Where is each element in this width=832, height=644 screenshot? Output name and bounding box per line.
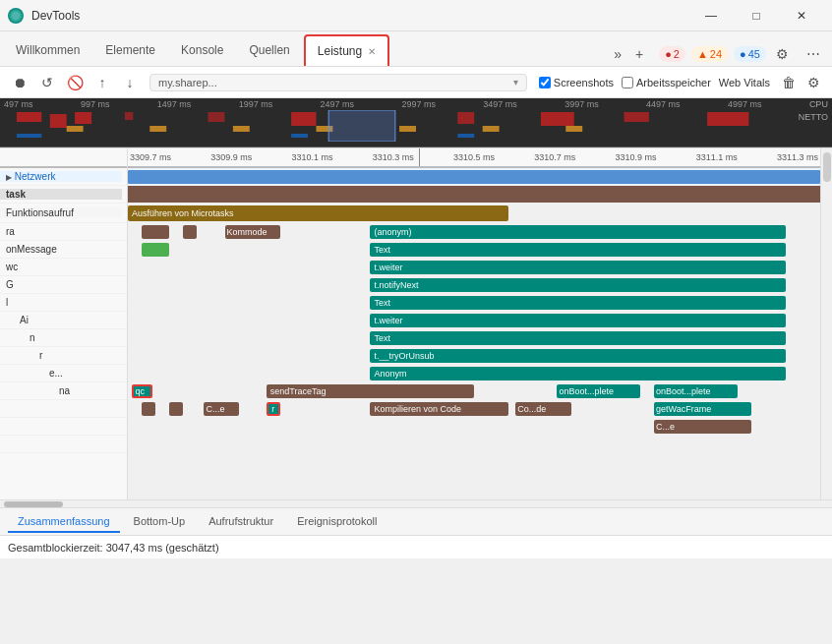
maximize-button[interactable]: □ [734,0,779,31]
flame-area: ▶ Netzwerk task Funktionsaufruf ra onMes… [0,147,832,499]
svg-rect-7 [541,112,574,126]
record-button[interactable]: ⏺ [8,71,31,94]
url-dropdown-arrow[interactable]: ▾ [513,77,518,88]
mini-timeline: 3309.7 ms 3309.9 ms 3310.1 ms 3310.3 ms … [128,148,820,168]
microtasks-block[interactable]: Ausführen von Microtasks [128,205,508,221]
settings-icon[interactable]: ⚙ [768,42,797,66]
text-block-1[interactable]: Text [370,243,785,257]
tab-bottom-up[interactable]: Bottom-Up [124,511,196,533]
scrollbar-h-thumb[interactable] [4,501,63,507]
tab-ereignisprotokoll[interactable]: Ereignisprotokoll [287,511,386,533]
window-title: DevTools [31,9,681,23]
tab-leistung[interactable]: Leistung ✕ [304,34,389,66]
kommode-block[interactable]: Kommode [225,225,280,239]
url-text: my.sharep... [158,77,513,88]
ra-block-1[interactable] [142,225,169,239]
text-block-2[interactable]: Text [370,296,785,310]
download-button[interactable]: ↓ [118,71,142,94]
l-track-row: Text [128,294,820,312]
clear-button[interactable]: 🚫 [63,71,87,94]
svg-rect-6 [457,112,474,124]
tweiter-block-1[interactable]: t.weiter [370,261,785,274]
n-label-row: n [0,329,127,347]
upload-button[interactable]: ↑ [90,71,114,94]
e-track-row: Anonym [128,365,820,382]
r-sub-label: r [0,350,122,361]
e-label-row: e... [0,365,127,382]
text-block-3[interactable]: Text [370,331,785,345]
svg-rect-9 [707,112,748,126]
more-options-icon[interactable]: ⋯ [799,42,828,66]
onmessage-block-1[interactable] [142,243,169,257]
ttryorunsub-block[interactable]: t.__tryOrUnsub [370,349,785,363]
info-icon: ● [740,48,746,60]
warning-badge[interactable]: ▲ 24 [691,46,728,62]
overview-content[interactable]: NETTO [0,110,832,142]
r-sub-track-row: t.__tryOrUnsub [128,347,820,365]
minimize-button[interactable]: — [688,0,734,31]
ce-block-1[interactable]: C...e [204,402,238,416]
brown-block-1[interactable] [142,402,155,416]
arbeitsspeicher-checkbox-label[interactable]: Arbeitsspeicher [622,77,711,88]
kompilieren-block[interactable]: Kompilieren von Code [370,402,508,416]
tab-konsole[interactable]: Konsole [169,34,235,66]
svg-rect-17 [399,126,416,132]
mini-tl-spacer [0,148,127,168]
reload-button[interactable]: ↺ [35,71,59,94]
close-button[interactable]: ✕ [779,0,824,31]
tab-zusammenfassung[interactable]: Zusammenfassung [8,511,120,533]
getwacframe-block[interactable]: getWacFrame [654,402,751,416]
ra-block-2[interactable] [183,225,197,239]
g-label-row: G [0,276,127,294]
tab-extras: » + ● 2 ▲ 24 ● 45 ⚙ ⋯ [608,42,828,66]
error-badge[interactable]: ● 2 [659,46,685,62]
extra3-label-row [0,436,127,453]
screenshots-checkbox[interactable] [539,77,551,88]
web-vitals-button[interactable]: Web Vitals [715,75,774,90]
mini-tl-labels: 3309.7 ms 3309.9 ms 3310.1 ms 3310.3 ms … [128,152,820,162]
tnotifynext-block[interactable]: t.notifyNext [370,278,785,292]
screenshots-checkbox-label[interactable]: Screenshots [539,77,614,88]
clear-recording-button[interactable]: 🗑 [778,73,800,92]
r-highlight-block[interactable]: r [267,402,280,416]
brown-block-2[interactable] [169,402,183,416]
cpu-label: CPU [809,99,828,109]
tab-quellen[interactable]: Quellen [237,34,301,66]
error-count: 2 [674,48,680,60]
extra5-track-row [128,471,820,489]
vertical-scrollbar[interactable] [820,148,832,499]
onmessage-track-row: Text [128,241,820,259]
scrollbar-thumb[interactable] [823,152,831,182]
devtools-icon [8,8,24,24]
tab-close-leistung[interactable]: ✕ [368,46,376,57]
task-track-row[interactable] [128,186,820,204]
info-badge[interactable]: ● 45 [734,46,766,62]
tweiter-block-2[interactable]: t.weiter [370,314,785,327]
tab-aufrufstruktur[interactable]: Aufrufstruktur [199,511,283,533]
new-tab-button[interactable]: + [629,42,649,66]
more-tabs-button[interactable]: » [608,42,627,66]
horizontal-scrollbar[interactable] [0,499,832,507]
svg-rect-10 [17,134,41,138]
sendtracetag-block[interactable]: sendTraceTag [267,384,474,398]
code-block[interactable]: Co...de [515,402,570,416]
anonym-block[interactable]: (anonym) [370,225,785,239]
tab-elemente[interactable]: Elemente [93,34,167,66]
info-count: 45 [748,48,760,60]
capture-settings-button[interactable]: ⚙ [803,73,824,92]
svg-rect-19 [565,126,582,132]
svg-rect-20 [328,110,395,142]
onboot-block-2[interactable]: onBoot...plete [654,384,737,398]
flame-right[interactable]: 3309.7 ms 3309.9 ms 3310.1 ms 3310.3 ms … [128,148,820,499]
anonym-block-2[interactable]: Anonym [370,367,785,381]
e-label: e... [0,368,122,379]
ce-block-2[interactable]: C...e [654,420,751,434]
qc-block[interactable]: qc [132,384,152,398]
extra2-label-row [0,418,127,436]
extra1-track-row: C...e r Kompilieren von Code Co...de get… [128,400,820,418]
arbeitsspeicher-checkbox[interactable] [622,77,633,88]
bottom-tabs: Zusammenfassung Bottom-Up Aufrufstruktur… [0,507,832,535]
tab-willkommen[interactable]: Willkommen [4,34,91,66]
network-track-row[interactable] [128,168,820,186]
onboot-block-1[interactable]: onBoot...plete [557,384,639,398]
